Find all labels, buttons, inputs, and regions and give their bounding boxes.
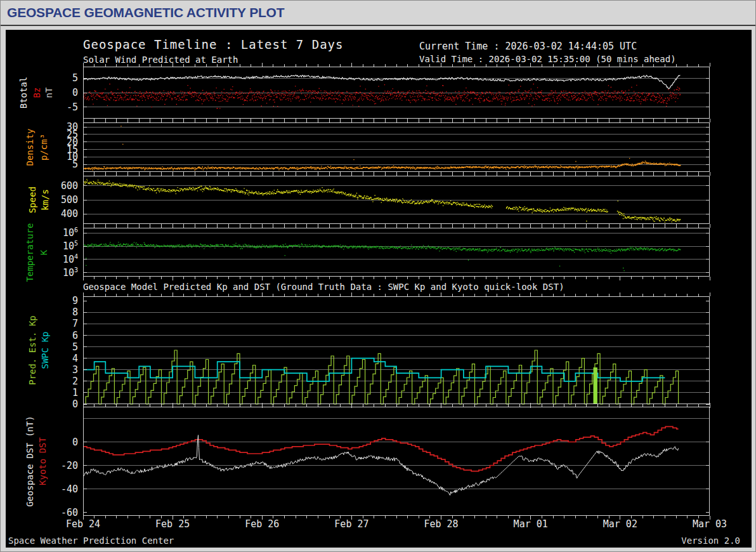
axis-label-kp-pred-est-kp: Pred. Est. Kp	[27, 315, 37, 385]
page-title: GEOSPACE GEOMAGNETIC ACTIVITY PLOT	[7, 5, 284, 20]
svg-text:105: 105	[63, 240, 78, 252]
kp-dst-section-title: Geospace Model Predicted Kp and DST (Gro…	[83, 282, 564, 292]
axis-label-imf-nt: nT	[44, 88, 54, 98]
svg-text:9: 9	[72, 295, 78, 306]
axis-label-kp-swpc-kp: SWPC Kp	[40, 331, 50, 369]
axis-label-imf-btotal: Btotal	[18, 77, 29, 109]
axis-label-speed-speed: Speed	[27, 187, 37, 213]
svg-text:-20: -20	[61, 460, 78, 471]
panel-temperature: 106105104103	[1, 224, 756, 280]
svg-text:4: 4	[72, 353, 78, 364]
axis-label-temperature-temperature: Temperature	[25, 223, 35, 282]
page: GEOSPACE GEOMAGNETIC ACTIVITY PLOT Geosp…	[0, 0, 756, 552]
x-axis-label-mar-01: Mar 01	[502, 518, 559, 530]
footer-swpc-label: Space Weather Prediction Center	[8, 536, 174, 546]
header-divider	[1, 25, 755, 26]
axis-label-speed-km-s: km/s	[40, 189, 50, 211]
svg-text:600: 600	[61, 180, 78, 192]
axis-label-density-density: Density	[25, 128, 35, 166]
axis-label-density-p-cm-: p/cm³	[39, 134, 49, 161]
svg-text:0: 0	[72, 87, 78, 98]
svg-text:3: 3	[72, 364, 78, 376]
axis-label-imf-bz: Bz	[32, 88, 42, 98]
svg-text:7: 7	[72, 318, 78, 329]
axis-label-dst-kyoto-dst: Kyoto DST	[37, 437, 48, 485]
panel-imf: 50-5	[1, 63, 756, 122]
header-bar: GEOSPACE GEOMAGNETIC ACTIVITY PLOT	[1, 1, 755, 25]
svg-text:103: 103	[63, 266, 78, 279]
panel-speed: 600500400	[1, 172, 756, 228]
svg-text:106: 106	[63, 227, 78, 239]
axis-label-dst-geospace-dst-nt-: Geospace DST (nT)	[25, 416, 35, 506]
svg-text:-5: -5	[67, 102, 78, 113]
axis-label-temperature-k: K	[39, 249, 49, 254]
svg-text:8: 8	[72, 306, 78, 318]
x-axis-label-mar-02: Mar 02	[592, 518, 649, 530]
svg-text:5: 5	[72, 159, 78, 170]
panel-density: 30252015105	[1, 119, 756, 176]
footer-version-label: Version 2.0	[681, 536, 740, 546]
svg-text:400: 400	[61, 208, 78, 220]
svg-text:5: 5	[72, 341, 78, 353]
svg-text:500: 500	[61, 194, 78, 206]
x-axis-label-mar-03: Mar 03	[681, 518, 738, 530]
svg-text:5: 5	[72, 72, 78, 84]
svg-text:2: 2	[72, 376, 78, 387]
current-time-label: Current Time : 2026-03-02 14:44:05 UTC	[419, 41, 637, 52]
x-axis-label-feb-27: Feb 27	[323, 518, 380, 530]
plot-title: Geospace Timeline : Latest 7 Days	[83, 37, 344, 51]
svg-text:0: 0	[72, 437, 78, 448]
svg-text:-60: -60	[61, 507, 78, 518]
svg-text:104: 104	[63, 253, 78, 265]
svg-text:-40: -40	[61, 483, 78, 495]
panel-kp: 9876543210	[1, 292, 756, 408]
svg-text:1: 1	[72, 387, 78, 398]
x-axis-label-feb-28: Feb 28	[413, 518, 470, 530]
svg-text:6: 6	[72, 330, 78, 341]
x-axis-label-feb-26: Feb 26	[233, 518, 290, 530]
x-axis-label-feb-24: Feb 24	[55, 518, 112, 530]
x-axis-label-feb-25: Feb 25	[144, 518, 201, 530]
panel-dst: 0-20-40-60	[1, 403, 756, 520]
